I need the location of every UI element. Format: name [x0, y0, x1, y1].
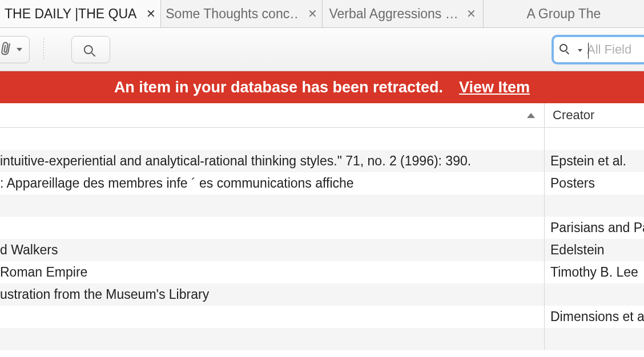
- cell-title: [0, 306, 545, 328]
- cell-creator: Timothy B. Lee: [545, 261, 644, 283]
- cell-creator: [545, 283, 644, 306]
- table-row[interactable]: Parisians and Pa: [0, 217, 644, 239]
- tab-3[interactable]: A Group The: [484, 0, 644, 27]
- toolbar-separator: [43, 38, 44, 61]
- cell-creator: [545, 128, 644, 150]
- cell-creator: Edelstein: [545, 239, 644, 261]
- column-headers: Creator: [0, 103, 644, 128]
- cell-creator: [545, 194, 644, 217]
- tab-label: Some Thoughts conc…: [166, 6, 299, 22]
- column-header-creator[interactable]: Creator: [545, 103, 644, 127]
- search-icon: [560, 44, 574, 55]
- magnifier-icon: [82, 40, 99, 58]
- chevron-down-icon[interactable]: [578, 49, 582, 52]
- toolbar: [0, 28, 644, 71]
- table-row[interactable]: [0, 128, 644, 150]
- search-field[interactable]: [552, 35, 644, 64]
- cell-title: ustration from the Museum's Library: [0, 283, 545, 306]
- column-header-title[interactable]: [0, 103, 545, 127]
- table-row[interactable]: Dimensions et a: [0, 306, 644, 328]
- cell-title: : Appareillage des membres infe ´ es com…: [0, 172, 545, 194]
- cell-creator: Epstein et al.: [545, 150, 644, 172]
- cell-title: d Walkers: [0, 239, 545, 261]
- close-icon[interactable]: ✕: [466, 8, 476, 19]
- close-icon[interactable]: ✕: [308, 8, 317, 19]
- cell-creator: Posters: [545, 172, 644, 194]
- column-label: Creator: [553, 108, 594, 123]
- tab-label: THE DAILY |THE QUA…: [5, 6, 138, 22]
- table-row[interactable]: ustration from the Museum's Library: [0, 283, 644, 306]
- cell-creator: [545, 328, 644, 350]
- cell-creator: Dimensions et a: [545, 306, 644, 328]
- close-icon[interactable]: ✕: [146, 8, 156, 19]
- banner-message: An item in your database has been retrac…: [114, 79, 443, 96]
- view-item-link[interactable]: View Item: [459, 79, 530, 96]
- table-row[interactable]: : Appareillage des membres infe ´ es com…: [0, 172, 644, 194]
- retraction-banner: An item in your database has been retrac…: [0, 71, 644, 103]
- chevron-down-icon: [17, 48, 22, 51]
- sort-asc-icon: [527, 113, 535, 118]
- search-input[interactable]: [586, 42, 643, 58]
- attach-dropdown-button[interactable]: [0, 36, 30, 63]
- cell-title: intuitive-experiential and analytical-ra…: [0, 150, 545, 172]
- tab-2[interactable]: Verbal Aggressions … ✕: [323, 0, 484, 27]
- tab-label: A Group The: [526, 6, 601, 22]
- cell-title: [0, 328, 545, 350]
- lookup-button[interactable]: [71, 36, 110, 63]
- cell-title: [0, 194, 545, 217]
- tab-bar: THE DAILY |THE QUA… ✕ Some Thoughts conc…: [0, 0, 644, 28]
- cell-title: Roman Empire: [0, 261, 545, 283]
- cell-title: [0, 128, 545, 150]
- table-row[interactable]: Roman Empire Timothy B. Lee: [0, 261, 644, 283]
- tab-label: Verbal Aggressions …: [329, 6, 458, 22]
- table-row[interactable]: intuitive-experiential and analytical-ra…: [0, 150, 644, 172]
- text-cursor: [588, 43, 589, 59]
- cell-title: [0, 217, 545, 239]
- paperclip-icon: [1, 41, 13, 58]
- cell-creator: Parisians and Pa: [545, 217, 644, 239]
- tab-1[interactable]: Some Thoughts conc… ✕: [161, 0, 322, 27]
- table-row[interactable]: d Walkers Edelstein: [0, 239, 644, 261]
- table-row[interactable]: [0, 194, 644, 217]
- table-row[interactable]: [0, 328, 644, 350]
- item-list: intuitive-experiential and analytical-ra…: [0, 128, 644, 350]
- tab-0[interactable]: THE DAILY |THE QUA… ✕: [0, 0, 161, 27]
